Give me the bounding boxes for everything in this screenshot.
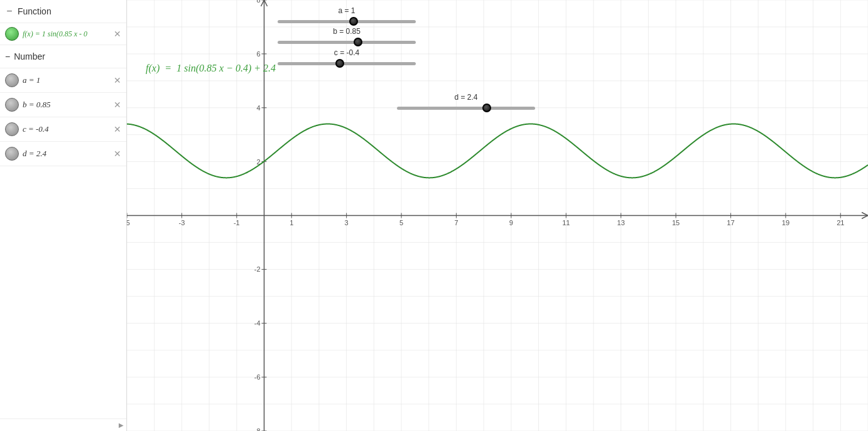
param-row-b: b = 0.85 ✕ [0, 93, 126, 117]
function-entry-row: f(x) = 1 sin(0.85 x - 0 ✕ [0, 23, 126, 45]
param-label-a: a = 1 [23, 75, 40, 85]
param-close-a[interactable]: ✕ [114, 75, 121, 85]
function-section-label: Function [18, 6, 52, 16]
param-row-c: c = -0.4 ✕ [0, 117, 126, 142]
param-row-a: a = 1 ✕ [0, 68, 126, 93]
param-dot-a[interactable] [5, 73, 19, 87]
number-section-label: Number [14, 51, 45, 61]
sidebar-bottom-bar: ▶ [0, 418, 126, 431]
collapse-function-icon[interactable]: − [5, 7, 14, 16]
param-close-c[interactable]: ✕ [114, 124, 121, 134]
formula-text-content: f(x) = 1 sin(0.85 x − 0.4) + 2.4 [146, 63, 276, 73]
param-label-d: d = 2.4 [23, 149, 46, 159]
param-dot-d[interactable] [5, 147, 19, 161]
param-close-b[interactable]: ✕ [114, 100, 121, 110]
param-label-b: b = 0.85 [23, 100, 51, 110]
param-dot-b[interactable] [5, 98, 19, 112]
param-dot-c[interactable] [5, 122, 19, 136]
formula-label: f(x) = 1 sin(0.85 x − 0.4) + 2.4 [146, 63, 276, 74]
param-row-d: d = 2.4 ✕ [0, 142, 126, 166]
function-dot[interactable] [5, 27, 19, 41]
function-close-icon[interactable]: ✕ [114, 29, 121, 39]
graph-area[interactable]: a = 1 b = 0.85 c = -0.4 [127, 0, 868, 431]
sidebar: − Function f(x) = 1 sin(0.85 x - 0 ✕ − N… [0, 0, 127, 431]
collapse-number-icon[interactable]: − [5, 51, 10, 61]
param-close-d[interactable]: ✕ [114, 149, 121, 159]
function-entry-label[interactable]: f(x) = 1 sin(0.85 x - 0 [23, 29, 87, 39]
function-section-header: − Function [0, 0, 126, 23]
param-label-c: c = -0.4 [23, 124, 49, 134]
number-section-header: − Number [0, 45, 126, 68]
scroll-right-icon[interactable]: ▶ [119, 422, 124, 428]
